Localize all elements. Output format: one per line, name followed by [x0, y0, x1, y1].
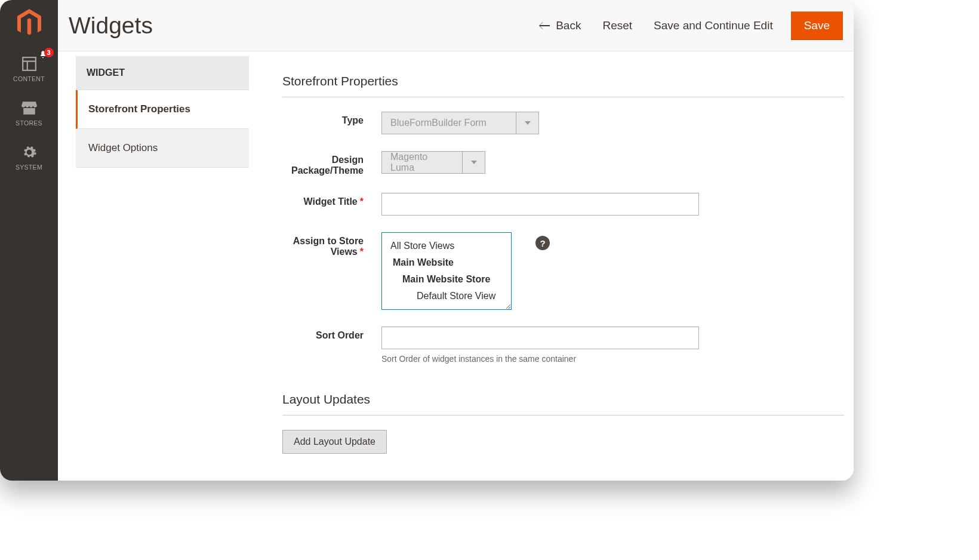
- content-icon: 3: [21, 55, 37, 73]
- arrow-left-icon: [539, 21, 550, 30]
- tabs-header: WIDGET: [76, 56, 249, 90]
- save-continue-label: Save and Continue Edit: [654, 19, 773, 32]
- svg-rect-0: [23, 57, 36, 70]
- storeviews-label: Assign to Store Views*: [282, 232, 381, 310]
- back-label: Back: [556, 19, 581, 32]
- page-header: Widgets Back Reset Save and Continue Edi…: [58, 0, 854, 51]
- tab-widget-options[interactable]: Widget Options: [76, 129, 249, 168]
- notification-badge[interactable]: 3: [38, 50, 48, 60]
- admin-sidebar: 3 CONTENT STORES SYSTEM: [0, 0, 58, 481]
- stores-icon: [21, 99, 37, 117]
- help-icon[interactable]: ?: [535, 236, 550, 250]
- main-content: Widgets Back Reset Save and Continue Edi…: [58, 0, 854, 481]
- field-theme: Design Package/Theme Magento Luma: [282, 151, 844, 176]
- sortorder-input[interactable]: [381, 327, 699, 349]
- widget-tabs: WIDGET Storefront Properties Widget Opti…: [76, 56, 249, 454]
- notification-count: 3: [44, 48, 54, 57]
- field-widget-title: Widget Title*: [282, 193, 844, 216]
- reset-label: Reset: [602, 19, 632, 32]
- form-panel: Storefront Properties Type BlueFormBuild…: [249, 56, 844, 454]
- widget-title-label: Widget Title*: [282, 193, 381, 216]
- field-sort-order: Sort Order Sort Order of widget instance…: [282, 327, 844, 364]
- theme-value: Magento Luma: [382, 152, 462, 173]
- back-button[interactable]: Back: [535, 13, 584, 38]
- sidebar-item-stores[interactable]: STORES: [0, 91, 58, 135]
- magento-logo-icon: [17, 9, 41, 38]
- storeview-option-website[interactable]: Main Website: [382, 254, 511, 271]
- theme-select: Magento Luma: [381, 151, 485, 174]
- sidebar-item-label: STORES: [16, 119, 42, 127]
- page-title: Widgets: [69, 13, 153, 39]
- chevron-down-icon: [462, 152, 485, 173]
- storeview-option-all[interactable]: All Store Views: [382, 238, 511, 254]
- type-select: BlueFormBuilder Form: [381, 112, 539, 134]
- type-label: Type: [282, 112, 381, 134]
- reset-button[interactable]: Reset: [599, 13, 636, 38]
- sidebar-item-content[interactable]: 3 CONTENT: [0, 47, 58, 91]
- type-value: BlueFormBuilder Form: [382, 118, 516, 128]
- sidebar-item-label: SYSTEM: [16, 164, 42, 171]
- sidebar-item-label: CONTENT: [13, 75, 45, 82]
- header-actions: Back Reset Save and Continue Edit Save: [535, 11, 843, 40]
- save-button[interactable]: Save: [791, 11, 843, 40]
- field-type: Type BlueFormBuilder Form: [282, 112, 844, 134]
- sidebar-item-system[interactable]: SYSTEM: [0, 135, 58, 179]
- gear-icon: [21, 143, 37, 161]
- save-continue-button[interactable]: Save and Continue Edit: [650, 13, 777, 38]
- sortorder-note: Sort Order of widget instances in the sa…: [381, 354, 699, 364]
- section-storefront-properties: Storefront Properties: [282, 74, 844, 97]
- chevron-down-icon: [516, 112, 538, 134]
- layout-updates-section: Layout Updates Add Layout Update: [282, 392, 844, 454]
- magento-logo[interactable]: [0, 0, 58, 47]
- field-store-views: Assign to Store Views* All Store Views M…: [282, 232, 844, 310]
- storeviews-multiselect[interactable]: All Store Views Main Website Main Websit…: [381, 232, 512, 310]
- storeview-option-store[interactable]: Main Website Store: [382, 271, 511, 288]
- tab-storefront-properties[interactable]: Storefront Properties: [76, 90, 249, 129]
- content-area: WIDGET Storefront Properties Widget Opti…: [58, 51, 854, 454]
- theme-label: Design Package/Theme: [282, 151, 381, 176]
- app-window: 3 CONTENT STORES SYSTEM Widgets Back: [0, 0, 854, 481]
- section-layout-updates: Layout Updates: [282, 392, 844, 416]
- widget-title-input[interactable]: [381, 193, 699, 216]
- add-layout-update-button[interactable]: Add Layout Update: [282, 430, 387, 454]
- sortorder-label: Sort Order: [282, 327, 381, 364]
- storeview-option-view[interactable]: Default Store View: [382, 288, 511, 304]
